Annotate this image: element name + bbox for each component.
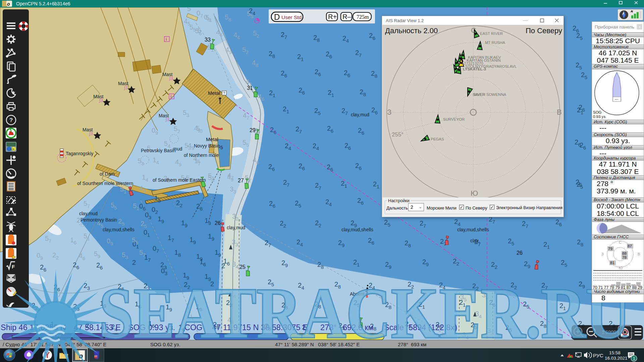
svg-text:Дальность 2.00: Дальность 2.00 [385,26,438,35]
svg-text:i: i [170,94,171,99]
svg-text:SOG 0.93 уз.: SOG 0.93 уз. [128,323,175,332]
svg-text:27: 27 [238,178,244,183]
svg-text:User Std: User Std [281,14,302,20]
svg-text:Scale: Scale [384,323,404,332]
svg-text:Absent: Absent [350,291,365,297]
svg-text:Petrovskiy Basin: Petrovskiy Basin [141,148,175,153]
svg-text:692.6 км: 692.6 км [343,323,374,332]
svg-text:255°: 255° [392,131,404,138]
svg-text:COG: COG [184,323,203,332]
svg-text:Metal: Metal [208,90,220,96]
svg-text:2: 2 [210,280,214,288]
svg-text:С: С [619,240,622,244]
svg-text:1: 1 [633,356,635,361]
svg-text:Metal: Metal [206,136,218,142]
svg-text:По Северу: По Северу [526,26,562,35]
svg-text:88: 88 [622,251,627,255]
svg-text:5: 5 [197,27,201,34]
svg-text:o: o [79,352,83,360]
svg-text:29: 29 [250,127,256,133]
svg-text:81: 81 [610,261,614,265]
svg-text:F: F [12,264,15,269]
svg-text:Pemontnyy Basin: Pemontnyy Basin [80,217,117,223]
svg-text:Mast: Mast [162,72,172,77]
svg-text:R–: R– [342,13,351,20]
svg-text:Ю: Ю [619,266,623,270]
svg-text:79: 79 [608,247,612,251]
svg-text:Ю: Ю [471,189,478,197]
svg-text:---: --- [615,97,618,101]
svg-text:mud: mud [173,146,182,152]
svg-text:Mast: Mast [159,113,169,118]
svg-text:clay,mud,shells: clay,mud,shells [341,227,373,232]
svg-text:5894 (122.8x): 5894 (122.8x) [409,323,457,332]
svg-text:0.93 уз.: 0.93 уз. [593,115,606,119]
svg-text:SAVER: SAVER [473,93,485,97]
svg-text:of Southern mole Eastern: of Southern mole Eastern [153,177,206,183]
svg-text:38 58.3075 E: 38 58.3075 E [261,323,308,332]
svg-text:Ship 46 17.0258 N: Ship 46 17.0258 N [1,323,66,332]
svg-text:EAST RIVER: EAST RIVER [480,32,503,36]
svg-text:clay,mud: clay,mud [351,112,369,117]
svg-text:33: 33 [205,37,211,43]
svg-text:26: 26 [517,250,523,256]
svg-text:PEGAS: PEGAS [431,137,444,141]
svg-text:clay,mud,shells: clay,mud,shells [103,227,135,232]
svg-text:2: 2 [132,259,136,266]
svg-text:З: З [601,252,604,256]
svg-text:Novyy Basin: Novyy Basin [194,143,220,148]
svg-text:LYSKATEL-3: LYSKATEL-3 [463,67,486,71]
svg-text:78: 78 [622,255,627,259]
svg-text:Mast: Mast [118,81,128,86]
svg-text:РУС: РУС [593,353,603,358]
svg-text:Mast: Mast [83,127,93,132]
svg-text:clay,mud,shells: clay,mud,shells [457,227,489,232]
svg-text:278°: 278° [320,323,337,332]
svg-text:10.2 км: 10.2 км [48,333,61,337]
svg-text:31: 31 [247,85,253,91]
svg-text:MT RUSHA: MT RUSHA [485,41,505,45]
svg-text:87: 87 [628,244,632,248]
svg-text:clay,mud: clay,mud [227,225,245,230]
svg-text:Taganrogskiy: Taganrogskiy [66,151,94,156]
svg-text:clay,mud: clay,mud [79,211,98,216]
svg-text:15:58: 15:58 [609,350,621,355]
svg-text:26: 26 [215,220,221,226]
svg-text:?: ? [223,91,225,95]
svg-text:2: 2 [221,262,225,269]
svg-text:725m: 725m [357,14,369,20]
svg-text:o: o [7,1,10,7]
svg-text:i: i [166,37,167,42]
svg-text:47 58.1453 E: 47 58.1453 E [74,323,121,332]
svg-text:З: З [387,108,391,116]
svg-text:47 11.9715 N: 47 11.9715 N [212,323,259,332]
svg-text:176: 176 [10,148,14,150]
svg-text:of Northern mole: of Northern mole [184,153,219,158]
svg-text:В: В [557,108,562,116]
svg-text:1:5900: 1:5900 [602,329,616,335]
svg-text:D: D [274,12,280,21]
svg-text:R+: R+ [328,13,337,20]
svg-text:SOG: SOG [593,110,602,114]
svg-text:16.03.2021: 16.03.2021 [605,356,628,361]
svg-text:-5: -5 [219,145,223,150]
svg-text:clay,: clay, [470,238,480,243]
svg-text:ʃƎ: ʃƎ [124,85,128,90]
svg-text:of Sourthern mole Western: of Sourthern mole Western [77,181,133,186]
svg-text:В: В [638,252,640,256]
svg-text:Mast: Mast [93,94,103,99]
svg-text:25: 25 [239,264,246,270]
svg-text:?: ? [9,117,13,123]
svg-text:70 71 77 78 79 81 87 88 29: 70 71 77 78 79 81 87 88 29 [593,285,642,289]
svg-text:SURVEYOR: SURVEYOR [443,117,465,121]
svg-text:of Dam: of Dam [100,171,115,177]
